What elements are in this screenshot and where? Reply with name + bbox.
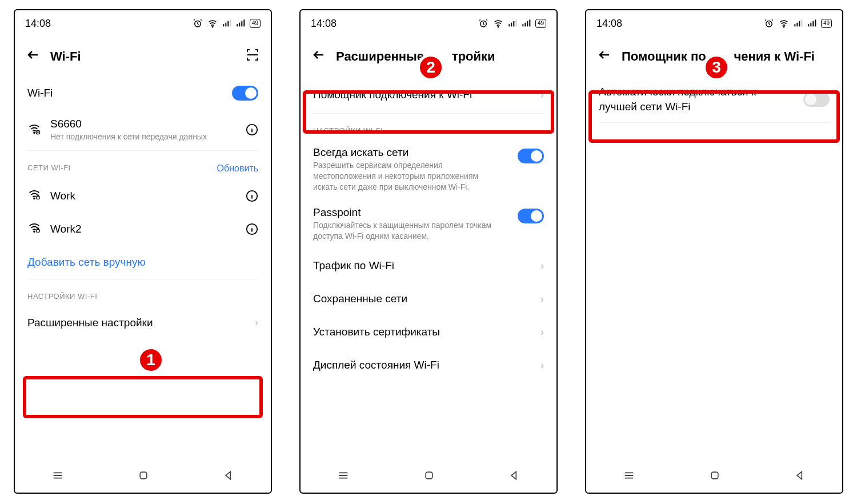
status-time: 14:08	[596, 18, 622, 30]
screen-2: 14:08 49 Расширенные тройки Помощник под…	[299, 9, 558, 494]
svg-rect-2	[223, 24, 224, 26]
svg-point-1	[212, 26, 213, 27]
nav-recent-icon[interactable]	[51, 469, 64, 482]
svg-rect-23	[511, 23, 512, 27]
networks-header: СЕТИ WI-FI	[27, 163, 71, 174]
chevron-right-icon: ›	[540, 89, 544, 101]
signal-icon-2	[807, 19, 816, 28]
network-name: Work	[50, 190, 237, 202]
svg-point-21	[498, 26, 499, 27]
passpoint-toggle[interactable]	[518, 209, 544, 223]
wifi-display-label: Дисплей состояния Wi-Fi	[313, 359, 531, 371]
networks-section: СЕТИ WI-FI Обновить	[15, 151, 271, 179]
passpoint-row[interactable]: Passpoint Подключайтесь к защищенным пар…	[301, 201, 556, 250]
svg-rect-28	[527, 21, 528, 26]
svg-rect-19	[140, 472, 147, 479]
svg-point-16	[34, 231, 35, 233]
nav-recent-icon[interactable]	[337, 469, 350, 482]
wifi-toggle[interactable]	[232, 86, 258, 101]
svg-point-32	[783, 26, 784, 27]
svg-point-10	[34, 132, 35, 133]
always-scan-toggle[interactable]	[518, 149, 544, 163]
chevron-right-icon: ›	[255, 317, 258, 329]
connected-network-row[interactable]: S6660 Нет подключения к сети передачи да…	[15, 110, 271, 150]
nav-recent-icon[interactable]	[623, 469, 635, 482]
nav-back-icon[interactable]	[223, 470, 234, 481]
network-name: Work2	[50, 223, 237, 235]
wifi-lock-icon	[27, 221, 41, 237]
wifi-traffic-row[interactable]: Трафик по Wi-Fi ›	[301, 249, 556, 282]
back-icon[interactable]	[26, 48, 40, 65]
svg-rect-4	[227, 21, 229, 26]
passpoint-label: Passpoint	[313, 206, 503, 219]
nav-home-icon[interactable]	[138, 470, 149, 481]
signal-icon-2	[522, 19, 531, 28]
svg-rect-8	[241, 21, 242, 26]
signal-icon	[222, 19, 231, 28]
svg-rect-5	[230, 19, 231, 26]
svg-rect-22	[508, 24, 510, 26]
refresh-link[interactable]: Обновить	[217, 163, 258, 174]
android-navbar	[301, 458, 556, 493]
signal-icon	[794, 19, 803, 28]
add-network-link[interactable]: Добавить сеть вручную	[15, 246, 271, 279]
chevron-right-icon: ›	[540, 359, 544, 371]
install-certs-row[interactable]: Установить сертификаты ›	[301, 315, 556, 349]
wifi-toggle-row[interactable]: Wi-Fi	[15, 77, 271, 110]
info-icon[interactable]	[246, 123, 258, 136]
alarm-icon	[764, 18, 774, 29]
android-navbar	[586, 458, 842, 493]
status-bar: 14:08 49	[586, 10, 842, 37]
page-title: Wi-Fi	[50, 49, 81, 64]
svg-rect-7	[239, 23, 240, 27]
wifi-icon	[779, 18, 789, 29]
status-time: 14:08	[311, 18, 337, 30]
android-navbar	[15, 458, 271, 493]
nav-home-icon[interactable]	[709, 470, 720, 481]
annotation-step-2: 2	[417, 54, 444, 81]
info-icon[interactable]	[246, 190, 258, 202]
annotation-step-1: 1	[137, 346, 165, 374]
passpoint-sub: Подключайтесь к защищенным паролем точка…	[313, 220, 503, 242]
nav-back-icon[interactable]	[794, 470, 806, 481]
always-scan-row[interactable]: Всегда искать сети Разрешить сервисам оп…	[301, 141, 556, 201]
saved-networks-row[interactable]: Сохраненные сети ›	[301, 282, 556, 315]
nav-home-icon[interactable]	[423, 470, 435, 481]
svg-rect-26	[522, 24, 523, 26]
signal-icon-2	[236, 19, 245, 28]
status-bar: 14:08 49	[15, 10, 271, 37]
advanced-settings-row[interactable]: Расширенные настройки ›	[15, 306, 271, 339]
wifi-signal-icon	[27, 122, 41, 138]
chevron-right-icon: ›	[540, 293, 544, 305]
status-bar: 14:08 49	[301, 10, 556, 37]
nav-back-icon[interactable]	[508, 470, 520, 481]
install-certs-label: Установить сертификаты	[313, 326, 531, 338]
auto-best-toggle[interactable]	[803, 92, 830, 107]
battery-badge: 49	[250, 19, 261, 28]
battery-badge: 49	[821, 19, 832, 28]
saved-networks-label: Сохраненные сети	[313, 293, 531, 305]
back-icon[interactable]	[312, 48, 326, 65]
qr-scan-icon[interactable]	[246, 48, 259, 65]
svg-rect-37	[808, 24, 809, 26]
svg-rect-17	[37, 230, 39, 233]
back-icon[interactable]	[598, 48, 611, 65]
svg-rect-39	[812, 21, 814, 26]
info-icon[interactable]	[246, 223, 258, 235]
title-bar: Wi-Fi	[15, 37, 271, 77]
auto-best-network-row[interactable]: Автоматически подключаться к лучшей сети…	[586, 77, 842, 122]
alarm-icon	[478, 18, 488, 29]
wifi-settings-header: НАСТРОЙКИ WI-FI	[313, 126, 383, 135]
page-title: Расширенные тройки	[336, 49, 495, 64]
svg-rect-27	[524, 23, 526, 27]
svg-rect-33	[794, 24, 795, 26]
svg-rect-30	[426, 472, 432, 479]
wifi-assistant-row[interactable]: Помощник подключения к Wi-Fi ›	[301, 77, 556, 113]
network-row-work2[interactable]: Work2	[15, 213, 271, 246]
network-row-work[interactable]: Work	[15, 179, 271, 213]
screen-1: 14:08 49 Wi-Fi Wi-Fi	[14, 9, 272, 494]
always-scan-sub: Разрешить сервисам определения местополо…	[313, 160, 503, 193]
wifi-display-row[interactable]: Дисплей состояния Wi-Fi ›	[301, 349, 556, 382]
connected-name: S6660	[50, 118, 237, 130]
advanced-label: Расширенные настройки	[27, 317, 246, 329]
